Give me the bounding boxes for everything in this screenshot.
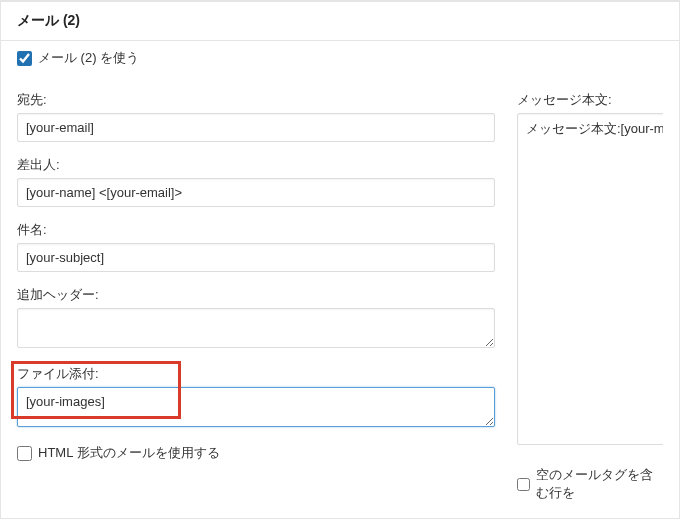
mail-2-panel: メール (2) メール (2) を使う 宛先: 差出人: 件名: 追加ヘッダー: bbox=[0, 1, 680, 519]
panel-title: メール (2) bbox=[1, 2, 679, 41]
use-mail-2-checkbox[interactable] bbox=[17, 51, 32, 66]
attachment-label: ファイル添付: bbox=[17, 365, 495, 383]
body-textarea[interactable] bbox=[517, 113, 663, 445]
exclude-blank-label: 空のメールタグを含む行を bbox=[536, 466, 663, 502]
headers-textarea[interactable] bbox=[17, 308, 495, 348]
exclude-blank-row[interactable]: 空のメールタグを含む行を bbox=[517, 466, 663, 502]
from-input[interactable] bbox=[17, 178, 495, 207]
use-mail-2-row[interactable]: メール (2) を使う bbox=[17, 49, 663, 67]
headers-label: 追加ヘッダー: bbox=[17, 286, 495, 304]
use-html-label: HTML 形式のメールを使用する bbox=[38, 444, 220, 462]
use-html-checkbox[interactable] bbox=[17, 446, 32, 461]
to-label: 宛先: bbox=[17, 91, 495, 109]
from-label: 差出人: bbox=[17, 156, 495, 174]
to-input[interactable] bbox=[17, 113, 495, 142]
subject-label: 件名: bbox=[17, 221, 495, 239]
exclude-blank-checkbox[interactable] bbox=[517, 477, 530, 492]
body-label: メッセージ本文: bbox=[517, 91, 663, 109]
use-mail-2-label: メール (2) を使う bbox=[38, 49, 139, 67]
subject-input[interactable] bbox=[17, 243, 495, 272]
attachment-textarea[interactable] bbox=[17, 387, 495, 427]
use-html-row[interactable]: HTML 形式のメールを使用する bbox=[17, 444, 495, 462]
